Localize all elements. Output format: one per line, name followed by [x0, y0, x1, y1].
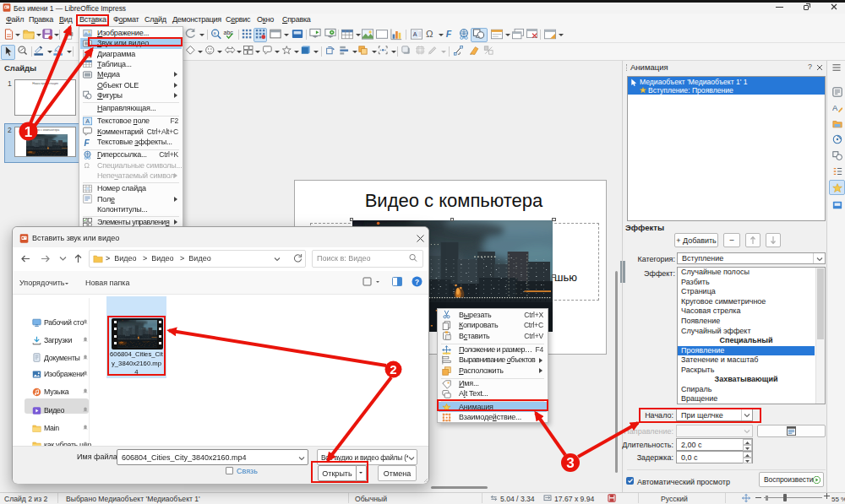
svg-text:?: ?: [415, 278, 419, 286]
svg-text:F: F: [446, 29, 452, 39]
svg-text:F: F: [84, 138, 90, 146]
svg-text:Ω: Ω: [84, 161, 90, 170]
svg-text:3: 3: [566, 455, 574, 471]
svg-text:A: A: [413, 31, 417, 37]
svg-text:Ω: Ω: [426, 29, 433, 39]
svg-text:a: a: [214, 30, 216, 35]
svg-text:A: A: [85, 118, 90, 124]
svg-text:A: A: [832, 103, 838, 112]
